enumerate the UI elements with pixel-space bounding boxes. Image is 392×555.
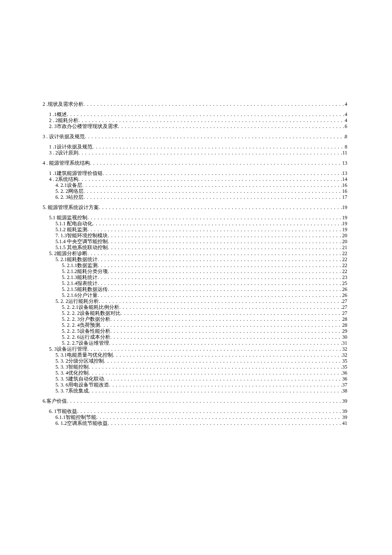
toc-leader-dots [67,398,342,404]
toc-entry: 5. 2. 2. 5设备性能分析29 [43,328,347,334]
toc-leader-dots [92,144,345,150]
toc-entry-label: 1 .1设计依据及规范 [49,144,92,150]
toc-entry: 1 .1建筑能源管理价值链13 [43,170,347,176]
toc-entry-label: 5. 3. 4优化控制 [55,370,89,376]
toc-leader-dots [78,117,345,123]
toc-entry: 6. 2. 3站控层17 [43,194,347,200]
toc-entry-page: 19 [342,227,347,232]
toc-entry-page: 8 [345,134,347,139]
toc-entry: 5. 2. 2. 2设备能耗数据对比27 [43,310,347,316]
toc-entry-page: 39 [342,414,347,420]
toc-entry: 5. 2. 2. 4负荷预测28 [43,322,347,328]
toc-entry-page: 36 [342,376,347,382]
toc-entry-page: 14 [342,176,347,182]
toc-leader-dots [108,232,342,238]
toc-entry-label: 5.1 能源监视控制 [49,215,87,221]
toc-entry-label: 5. 2.1.5能耗数据远传 [62,286,108,292]
toc-entry-label: 5. 3. 5建筑自动化联动 [55,376,104,382]
toc-entry-label: 6. 2. 3站控层 [55,194,84,200]
toc-entry: 4 . 能源管理系统结构13 [43,160,347,166]
toc-section-gap [43,166,347,170]
toc-entry-page: 21 [342,244,347,250]
toc-entry-page: 27 [342,298,347,304]
toc-leader-dots [85,134,345,139]
toc-entry-label: 5. 3. 7系统集成 [55,388,89,394]
toc-entry-page: 28 [342,316,347,322]
toc-leader-dots [90,160,342,166]
toc-leader-dots [108,238,342,244]
toc-entry: 5. 2. 2网络层16 [43,188,347,194]
toc-leader-dots [109,340,342,346]
toc-entry-label: 5. 2.1.4报表统计 [62,280,98,286]
toc-entry-label: 5. 2. 2. 5设备性能分析 [62,328,110,334]
toc-entry-label: 5.1.5 其他系统联动控制 [55,244,108,250]
toc-leader-dots [98,262,342,268]
toc-entry-page: 32 [342,352,347,358]
toc-entry-label: 5. 能源管理系统设计方案 [43,204,99,210]
toc-section-gap [43,129,347,134]
toc-entry-page: 4 [345,101,347,107]
toc-entry-page: 8 [345,144,347,150]
toc-leader-dots [89,388,342,394]
toc-entry-label: 3 . 2设计原则 [49,150,78,156]
toc-entry-label: 5.1.1 配电自动化 [55,221,92,227]
toc-entry: 5. 3. 3智能控制35 [43,364,347,370]
toc-entry: 2 . 2能耗分析4 [43,117,347,123]
toc-entry-label: 5. 2. 2网络层 [55,188,84,194]
toc-leader-dots [108,268,342,274]
toc-entry: 5. 2.1.6分户计量26 [43,292,347,298]
toc-leader-dots [89,370,342,376]
toc-section-gap [43,107,347,111]
toc-entry: 5.1.5 其他系统联动控制21 [43,244,347,250]
toc-entry-page: 23 [342,274,347,280]
toc-entry-label: 5. 2. 2运行能耗分析 [55,298,99,304]
toc-entry: 5. 3. 7系统集成38 [43,388,347,394]
toc-entry-label: 5. 2.1.6分户计量 [62,292,98,298]
toc-leader-dots [87,215,342,221]
toc-entry: 5. 2. 2.1设备能耗比例分析27 [43,304,347,310]
toc-entry: 5. 2. 2. 3分户数据分析28 [43,316,347,322]
toc-entry: 5. 3设备运行管理32 [43,346,347,352]
toc-leader-dots [77,408,342,414]
toc-entry-label: 5. 2. 2. 2设备能耗数据对比 [62,310,121,316]
toc-entry-page: 29 [342,328,347,334]
toc-entry-page: 6 [345,123,347,129]
toc-leader-dots [84,194,342,200]
toc-entry-page: 27 [342,310,347,316]
toc-entry-label: 2 . 2能耗分析 [49,117,78,123]
toc-entry: 3 . 设计依据及规范8 [43,134,347,139]
toc-leader-dots [99,298,342,304]
document-page: 2 .现状及需求分析41 .1概述42 . 2能耗分析42. 3市政办公楼管理现… [0,0,392,555]
toc-entry-page: 13 [342,160,347,166]
toc-entry-page: 16 [342,188,347,194]
toc-entry-label: 6. 1.2空调系统节能收益 [55,420,108,426]
toc-entry-page: 4 [345,111,347,117]
toc-leader-dots [113,352,342,358]
toc-entry-label: 1 .1概述 [49,111,67,117]
toc-entry-page: 37 [342,382,347,388]
toc-entry: 6. 1节能收益39 [43,408,347,414]
toc-entry: 5. 3. 5建筑自动化联动36 [43,376,347,382]
toc-entry-label: 5. 3.1电能质量与优化控制 [55,352,113,358]
toc-entry-label: 5.1.4 中央空调节能控制 [55,238,108,244]
toc-entry-page: 28 [342,322,347,328]
toc-entry: 3 . 2设计原则11 [43,150,347,156]
toc-entry-page: 35 [342,358,347,364]
toc-entry: 5. 2.1.2能耗分类分项22 [43,268,347,274]
toc-entry-label: 6.客户价值 [43,398,67,404]
toc-section-gap [43,200,347,204]
toc-entry-label: 5. 3. 3智能控制 [55,364,89,370]
toc-entry-page: 20 [342,232,347,238]
toc-entry: 4. 2.1设备层16 [43,182,347,188]
toc-entry-page: 39 [342,408,347,414]
toc-entry: 5. 2. 2.7设备运维管理31 [43,340,347,346]
toc-entry-page: 38 [342,388,347,394]
toc-entry: 1 .1概述4 [43,111,347,117]
toc-entry-label: 5. 2.1.2能耗分类分项 [62,268,108,274]
toc-leader-dots [121,310,342,316]
toc-entry: 5. 2能源分析诊断22 [43,250,347,256]
toc-leader-dots [98,292,342,298]
toc-entry: 5.1.2 能耗监测19 [43,227,347,232]
toc-leader-dots [108,244,342,250]
toc-entry-label: 4 . 2系统结构 [49,176,78,182]
